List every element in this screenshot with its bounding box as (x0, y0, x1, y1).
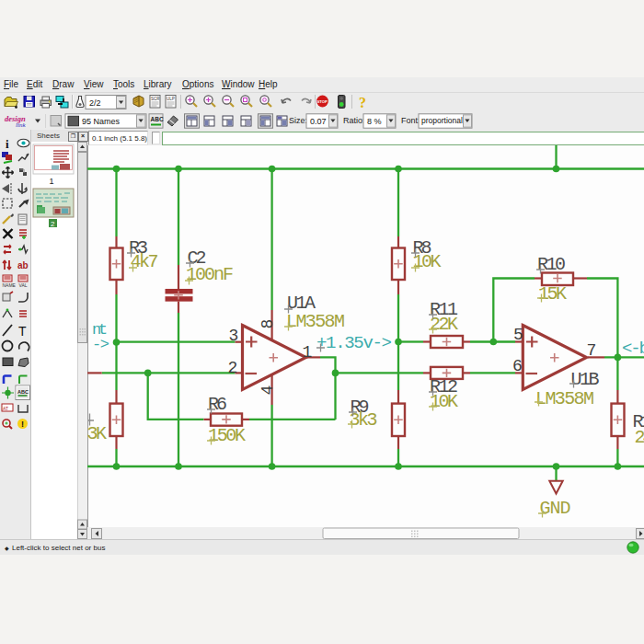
svg-text:ABC: ABC (151, 116, 164, 122)
svg-text:R10: R10 (537, 254, 566, 275)
svg-text:2: 2 (228, 359, 238, 377)
svg-text:24: 24 (635, 427, 644, 448)
svg-text:4k7: 4k7 (131, 251, 159, 272)
svg-text:STOP: STOP (317, 99, 328, 104)
svg-text:->: -> (92, 336, 109, 353)
svg-text:1: 1 (303, 343, 313, 362)
svg-text:0.07: 0.07 (310, 117, 327, 126)
svg-text:4: 4 (259, 385, 277, 396)
svg-text:i: i (6, 137, 9, 151)
svg-text:8: 8 (259, 319, 277, 329)
svg-text:Font:: Font: (401, 116, 420, 125)
svg-text:LM358M: LM358M (286, 311, 345, 332)
svg-text:15K: 15K (538, 283, 567, 305)
svg-text:!: ! (21, 420, 24, 429)
svg-text:?: ? (359, 95, 366, 110)
svg-text:10K: 10K (413, 251, 442, 272)
svg-text:ULP: ULP (167, 97, 175, 101)
svg-text:2: 2 (51, 220, 55, 228)
svg-text:VAL: VAL (19, 282, 28, 288)
svg-text:GND: GND (540, 498, 571, 519)
svg-text:LM358M: LM358M (535, 388, 594, 409)
svg-text:Size:: Size: (289, 116, 307, 125)
svg-text:Ratio:: Ratio: (343, 116, 365, 125)
svg-text:SCR: SCR (151, 97, 160, 101)
svg-text:7: 7 (587, 341, 597, 360)
svg-text:3: 3 (229, 327, 239, 345)
svg-text:<-b: <-b (622, 339, 644, 359)
svg-text:100nF: 100nF (186, 264, 234, 285)
svg-text:2/2: 2/2 (89, 98, 101, 108)
svg-text:95 Names: 95 Names (82, 117, 121, 126)
svg-text:5: 5 (513, 326, 523, 344)
svg-text:NAME: NAME (3, 282, 17, 288)
svg-text:proportional: proportional (421, 116, 463, 125)
svg-text:150K: 150K (208, 425, 246, 446)
svg-text:10K: 10K (430, 391, 458, 412)
svg-text:+1.35v->: +1.35v-> (316, 333, 392, 353)
svg-text:T: T (18, 324, 27, 339)
svg-text:link: link (16, 121, 26, 129)
svg-text:ABC: ABC (17, 389, 29, 395)
svg-text:33K: 33K (87, 423, 107, 444)
svg-text:ab: ab (17, 260, 29, 270)
svg-text:AT: AT (3, 406, 8, 411)
svg-text:22K: 22K (430, 314, 458, 335)
svg-text:6: 6 (512, 357, 523, 375)
svg-text:1: 1 (50, 177, 54, 186)
svg-text:8 %: 8 % (367, 117, 382, 126)
